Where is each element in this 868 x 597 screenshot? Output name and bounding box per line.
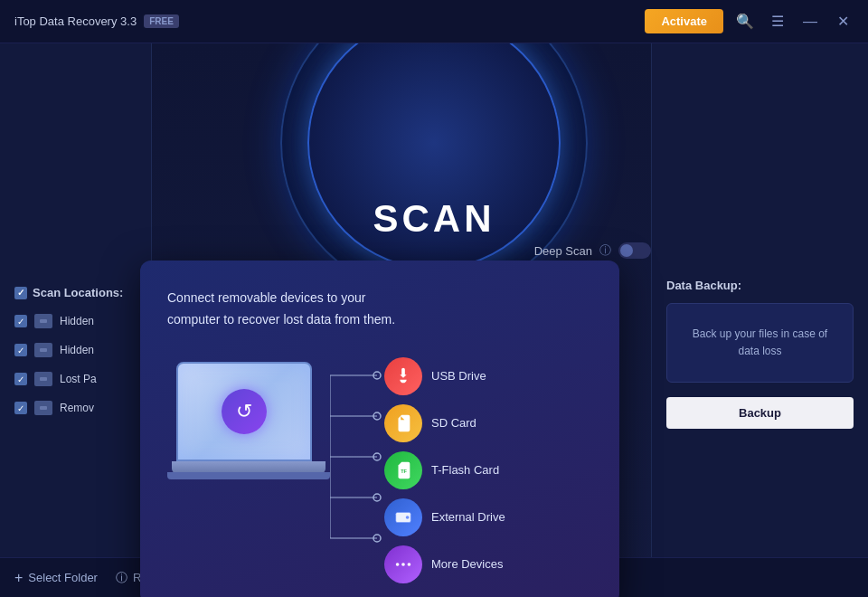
menu-window-icon[interactable]: ☰ bbox=[767, 13, 788, 30]
select-folder-label: Select Folder bbox=[28, 571, 98, 584]
sd-card-label: SD Card bbox=[431, 416, 476, 430]
minimize-window-icon[interactable]: — bbox=[799, 14, 821, 30]
scan-all-checkbox[interactable]: ✓ bbox=[14, 287, 27, 299]
checkbox-lostpa[interactable]: ✓ bbox=[14, 373, 27, 385]
title-bar-left: iTop Data Recovery 3.3 FREE bbox=[14, 14, 179, 28]
tf-card-label: T-Flash Card bbox=[431, 463, 499, 477]
list-item[interactable]: ✓ Hidden bbox=[0, 336, 151, 365]
list-item[interactable]: ✓ Lost Pa bbox=[0, 365, 151, 393]
checkbox-hidden2[interactable]: ✓ bbox=[14, 344, 27, 356]
disk-icon-hidden1 bbox=[34, 314, 52, 328]
svg-point-17 bbox=[401, 563, 405, 566]
connector-svg bbox=[330, 353, 384, 583]
list-item[interactable]: TF T-Flash Card bbox=[384, 451, 592, 489]
location-label-lostpa: Lost Pa bbox=[60, 373, 97, 385]
scan-locations-label: Scan Locations: bbox=[33, 286, 123, 299]
list-item[interactable]: USB Drive bbox=[384, 357, 592, 395]
svg-point-7 bbox=[373, 412, 381, 420]
more-devices-label: More Devices bbox=[431, 557, 503, 571]
svg-point-16 bbox=[396, 563, 400, 566]
external-drive-icon bbox=[384, 498, 422, 536]
toggle-knob bbox=[620, 244, 633, 257]
svg-point-10 bbox=[373, 535, 381, 542]
right-panel: Data Backup: Back up your files in case … bbox=[651, 43, 868, 597]
scan-circle-outer: SCAN bbox=[280, 43, 588, 297]
device-list-container: USB Drive SD SD Card TF T-Flash Card bbox=[330, 353, 592, 583]
modal-body: ↺ bbox=[167, 353, 592, 583]
location-label-hidden2: Hidden bbox=[60, 344, 94, 356]
svg-text:TF: TF bbox=[401, 468, 407, 473]
scan-locations-header: ✓ Scan Locations: bbox=[0, 279, 151, 307]
more-devices-icon bbox=[384, 545, 422, 583]
scan-circle-inner: SCAN bbox=[307, 43, 561, 270]
list-item[interactable]: External Drive bbox=[384, 498, 592, 536]
main-content: ✓ Scan Locations: ✓ Hidden ✓ Hidden ✓ Lo… bbox=[0, 43, 868, 597]
usb-drive-label: USB Drive bbox=[431, 369, 486, 383]
checkbox-remov[interactable]: ✓ bbox=[14, 402, 27, 414]
disk-icon-lostpa bbox=[34, 372, 52, 386]
info-circle-icon: ⓘ bbox=[116, 570, 127, 586]
title-bar-right: Activate 🔍 ☰ — ✕ bbox=[645, 9, 854, 33]
laptop-screen: ↺ bbox=[176, 362, 312, 461]
laptop-refresh-icon: ↺ bbox=[222, 389, 267, 434]
svg-point-8 bbox=[373, 453, 381, 460]
backup-card: Back up your files in case of data loss bbox=[666, 303, 854, 383]
checkbox-hidden1[interactable]: ✓ bbox=[14, 315, 27, 327]
scan-label[interactable]: SCAN bbox=[373, 197, 495, 241]
svg-point-6 bbox=[373, 372, 381, 379]
close-window-icon[interactable]: ✕ bbox=[832, 13, 854, 30]
svg-point-15 bbox=[406, 516, 410, 519]
sd-card-icon: SD bbox=[384, 404, 422, 442]
device-list: USB Drive SD SD Card TF T-Flash Card bbox=[384, 353, 592, 583]
svg-text:SD: SD bbox=[401, 420, 409, 425]
laptop-illustration: ↺ bbox=[167, 353, 330, 534]
external-drive-label: External Drive bbox=[431, 510, 505, 524]
list-item[interactable]: ✓ Hidden bbox=[0, 307, 151, 336]
svg-point-18 bbox=[408, 563, 411, 566]
plus-icon: + bbox=[14, 570, 23, 586]
location-label-remov: Remov bbox=[60, 402, 94, 414]
laptop-base-bottom bbox=[167, 472, 330, 479]
svg-point-9 bbox=[373, 494, 381, 501]
deep-scan-toggle[interactable] bbox=[618, 242, 651, 259]
modal-description: Connect removable devices to your comput… bbox=[167, 288, 420, 331]
left-panel: ✓ Scan Locations: ✓ Hidden ✓ Hidden ✓ Lo… bbox=[0, 43, 152, 597]
usb-drive-icon bbox=[384, 357, 422, 395]
free-badge: FREE bbox=[144, 14, 179, 28]
app-title: iTop Data Recovery 3.3 bbox=[14, 14, 137, 28]
backup-description: Back up your files in case of data loss bbox=[682, 326, 838, 360]
deep-scan-info-icon[interactable]: ⓘ bbox=[599, 242, 611, 259]
disk-icon-hidden2 bbox=[34, 343, 52, 357]
select-folder-button[interactable]: + Select Folder bbox=[14, 570, 98, 586]
list-item[interactable]: ✓ Remov bbox=[0, 393, 151, 422]
list-item[interactable]: SD SD Card bbox=[384, 404, 592, 442]
location-label-hidden1: Hidden bbox=[60, 315, 94, 327]
refresh-symbol: ↺ bbox=[236, 400, 252, 423]
list-item[interactable]: More Devices bbox=[384, 545, 592, 583]
modal-overlay: Connect removable devices to your comput… bbox=[140, 261, 619, 597]
search-window-icon[interactable]: 🔍 bbox=[734, 13, 756, 30]
disk-icon-remov bbox=[34, 401, 52, 415]
backup-button[interactable]: Backup bbox=[666, 397, 854, 429]
tf-card-icon: TF bbox=[384, 451, 422, 489]
deep-scan-label: Deep Scan bbox=[534, 244, 592, 258]
activate-button[interactable]: Activate bbox=[645, 9, 723, 33]
deep-scan-area: Deep Scan ⓘ bbox=[534, 242, 651, 259]
data-backup-label: Data Backup: bbox=[666, 279, 854, 292]
title-bar: iTop Data Recovery 3.3 FREE Activate 🔍 ☰… bbox=[0, 0, 868, 43]
